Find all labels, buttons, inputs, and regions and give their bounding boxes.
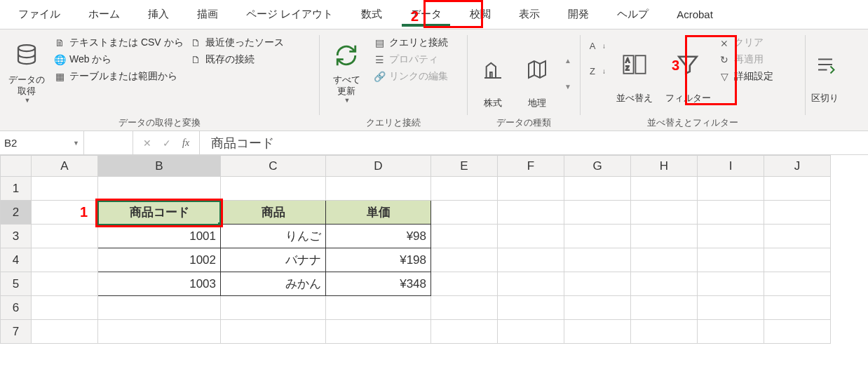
cell-C5[interactable]: みかん: [221, 272, 326, 296]
row-header-4[interactable]: 4: [1, 248, 32, 272]
btn-sort-asc[interactable]: A↓: [586, 39, 606, 52]
group-label-sort-filter: 並べ替えとフィルター: [586, 114, 799, 129]
tab-help[interactable]: ヘルプ: [603, 2, 663, 27]
btn-sort[interactable]: AZ 並べ替え: [611, 34, 658, 104]
cell-C4[interactable]: バナナ: [221, 248, 326, 272]
tab-draw[interactable]: 描画: [183, 2, 232, 27]
recent-icon: 🗋: [189, 36, 202, 49]
name-box[interactable]: B2 ▼: [0, 131, 84, 154]
col-header-G[interactable]: G: [564, 156, 631, 177]
tab-formulas[interactable]: 数式: [347, 2, 396, 27]
ribbon-body: データの 取得 ▼ 🗎テキストまたは CSV から 🌐Web から ▦テーブルま…: [0, 29, 868, 131]
group-data-types: 株式 地理 ▲ ▼ データの種類: [468, 29, 580, 131]
tab-file[interactable]: ファイル: [4, 2, 74, 27]
btn-from-table[interactable]: ▦テーブルまたは範囲から: [53, 70, 184, 83]
cell-C3[interactable]: りんご: [221, 225, 326, 248]
spreadsheet-grid: A B C D E F G H I J 1 2 商品コード 商品: [0, 155, 868, 344]
row-header-2[interactable]: 2: [1, 201, 32, 225]
row-header-6[interactable]: 6: [1, 296, 32, 320]
btn-filter[interactable]: フィルター: [663, 34, 712, 104]
group-label-get-transform: データの取得と変換: [6, 114, 313, 129]
group-queries: すべて 更新 ▼ ▤クエリと接続 ☰プロパティ 🔗リンクの編集 クエリと接続: [320, 29, 467, 131]
tab-view[interactable]: 表示: [505, 2, 554, 27]
tab-pagelayout[interactable]: ページ レイアウト: [232, 2, 347, 27]
btn-stocks[interactable]: 株式: [473, 39, 512, 109]
check-icon[interactable]: ✓: [163, 138, 171, 149]
row-header-1[interactable]: 1: [1, 177, 32, 201]
col-header-B[interactable]: B: [98, 156, 221, 177]
col-header-A[interactable]: A: [32, 156, 98, 177]
properties-icon: ☰: [373, 53, 386, 66]
svg-text:A: A: [625, 57, 630, 64]
cell-B4[interactable]: 1002: [98, 248, 221, 272]
cell-C2[interactable]: 商品: [221, 201, 326, 225]
cell-D2[interactable]: 単価: [326, 201, 431, 225]
tab-home[interactable]: ホーム: [74, 2, 134, 27]
cell-B5[interactable]: 1003: [98, 272, 221, 296]
connection-icon: 🗋: [189, 53, 202, 66]
btn-existing-connections[interactable]: 🗋既存の接続: [189, 53, 284, 66]
tab-insert[interactable]: 挿入: [134, 2, 183, 27]
col-header-I[interactable]: I: [698, 156, 764, 177]
refresh-icon: [334, 44, 358, 67]
sort-icon: AZ: [623, 54, 646, 75]
tab-acrobat[interactable]: Acrobat: [663, 3, 727, 26]
tab-review[interactable]: 校閲: [456, 2, 505, 27]
col-header-C[interactable]: C: [221, 156, 326, 177]
cancel-icon[interactable]: ✕: [143, 138, 151, 149]
row-header-5[interactable]: 5: [1, 272, 32, 296]
advanced-icon: ▽: [718, 70, 731, 83]
formula-bar: B2 ▼ ✕ ✓ fx 商品コード: [0, 131, 868, 155]
col-header-E[interactable]: E: [431, 156, 498, 177]
btn-queries-connections[interactable]: ▤クエリと接続: [373, 36, 448, 49]
btn-clear-filter[interactable]: ⨯クリア: [718, 36, 773, 49]
text-columns-icon: [815, 54, 836, 75]
cell-B2[interactable]: 商品コード: [98, 201, 221, 225]
chevron-down-icon: ▼: [344, 97, 351, 104]
btn-edit-links[interactable]: 🔗リンクの編集: [373, 70, 448, 83]
svg-rect-2: [635, 55, 645, 74]
scroll-down-icon[interactable]: ▼: [564, 83, 571, 91]
fx-icon[interactable]: fx: [182, 138, 189, 149]
cell-B3[interactable]: 1001: [98, 225, 221, 248]
group-label-queries: クエリと接続: [325, 114, 461, 129]
btn-from-web[interactable]: 🌐Web から: [53, 53, 184, 66]
col-header-D[interactable]: D: [326, 156, 431, 177]
col-header-H[interactable]: H: [631, 156, 698, 177]
row-header-3[interactable]: 3: [1, 225, 32, 248]
tab-data[interactable]: データ: [396, 2, 456, 27]
btn-refresh-all[interactable]: すべて 更新 ▼: [325, 34, 367, 104]
row-header-7[interactable]: 7: [1, 320, 32, 344]
btn-text-to-columns[interactable]: 区切り: [811, 34, 839, 104]
svg-point-0: [18, 45, 35, 51]
btn-reapply[interactable]: ↻再適用: [718, 53, 773, 66]
tab-developer[interactable]: 開発: [554, 2, 603, 27]
btn-recent-sources[interactable]: 🗋最近使ったソース: [189, 36, 284, 49]
btn-properties[interactable]: ☰プロパティ: [373, 53, 448, 66]
scroll-up-icon[interactable]: ▲: [564, 57, 571, 65]
btn-geography[interactable]: 地理: [517, 39, 556, 109]
sort-desc-icon: Z: [586, 65, 599, 77]
formula-input[interactable]: 商品コード: [200, 135, 868, 152]
svg-text:Z: Z: [625, 65, 629, 72]
queries-icon: ▤: [373, 36, 386, 49]
sheet-table[interactable]: A B C D E F G H I J 1 2 商品コード 商品: [0, 155, 831, 344]
col-header-F[interactable]: F: [498, 156, 564, 177]
database-icon: [14, 43, 39, 68]
group-sort-filter: A↓ Z↓ AZ 並べ替え フィルター ⨯クリア ↻再適用 ▽詳細設定 並: [581, 29, 805, 131]
chevron-down-icon: ▼: [25, 97, 31, 104]
btn-sort-desc[interactable]: Z↓: [586, 65, 606, 77]
map-icon: [526, 58, 548, 81]
chevron-down-icon: ▼: [73, 140, 79, 147]
cell-D5[interactable]: ¥348: [326, 272, 431, 296]
stocks-icon: [482, 58, 504, 81]
btn-get-data[interactable]: データの 取得 ▼: [6, 34, 48, 104]
btn-from-csv[interactable]: 🗎テキストまたは CSV から: [53, 36, 184, 49]
cell-D3[interactable]: ¥98: [326, 225, 431, 248]
select-all-corner[interactable]: [1, 156, 32, 177]
btn-advanced-filter[interactable]: ▽詳細設定: [718, 70, 773, 83]
group-label-data-types: データの種類: [473, 114, 574, 129]
cell-D4[interactable]: ¥198: [326, 248, 431, 272]
table-icon: ▦: [53, 70, 66, 83]
col-header-J[interactable]: J: [764, 156, 831, 177]
